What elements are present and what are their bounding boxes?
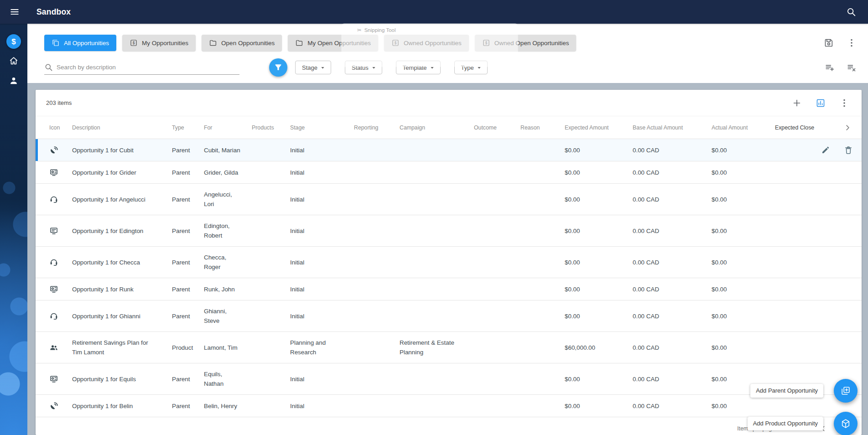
caret-down-icon [319, 64, 326, 71]
dots-vertical-icon [847, 38, 857, 48]
column-header-stage[interactable]: Stage [290, 124, 354, 131]
cell-base-actual-amount: 0.00 CAD [633, 168, 712, 177]
pencil-icon [821, 145, 830, 155]
hamburger-menu-button[interactable] [3, 0, 26, 24]
dollar-icon: $ [11, 38, 16, 46]
payment-terminal-icon [49, 374, 58, 383]
global-search-button[interactable] [842, 2, 861, 21]
cell-stage: Planning and Research [290, 338, 354, 357]
column-header-expected-amount[interactable]: Expected Amount [565, 124, 633, 131]
column-header-outcome[interactable]: Outcome [474, 124, 520, 131]
cell-description: Opportunity 1 for Angelucci [72, 195, 172, 204]
delete-row-button[interactable] [844, 145, 853, 155]
column-header-reason[interactable]: Reason [520, 124, 565, 131]
column-header-type[interactable]: Type [172, 124, 204, 131]
column-header-reporting[interactable]: Reporting [354, 124, 400, 131]
view-tab-open-opportunities[interactable]: Open Opportunities [202, 35, 282, 51]
add-product-opportunity-button[interactable] [834, 412, 858, 435]
row-icon-cell [44, 258, 72, 267]
search-input[interactable] [57, 64, 239, 71]
column-header-products[interactable]: Products [252, 124, 290, 131]
column-header-campaign[interactable]: Campaign [400, 124, 474, 131]
row-icon-cell [44, 374, 72, 383]
table-row[interactable]: Opportunity 1 for CubitParentCubit, Mari… [36, 139, 862, 161]
add-item-button[interactable] [789, 95, 805, 111]
cell-type: Product [172, 343, 204, 352]
cell-for: Grider, Gilda [204, 168, 252, 177]
dots-vertical-icon [839, 98, 849, 108]
table-body: Opportunity 1 for CubitParentCubit, Mari… [36, 139, 862, 417]
table-row[interactable]: Opportunity 1 for AngelucciParentAngeluc… [36, 184, 862, 215]
column-header-actual-amount[interactable]: Actual Amount [712, 124, 775, 131]
cell-type: Parent [172, 311, 204, 321]
add-parent-opportunity-button[interactable] [834, 379, 858, 403]
sidebar: $ [0, 24, 27, 435]
cell-for: Checca, Roger [204, 253, 252, 272]
cell-stage: Initial [290, 195, 354, 204]
menu-icon [10, 7, 20, 17]
table-row[interactable]: Opportunity 1 for CheccaParentChecca, Ro… [36, 247, 862, 278]
table-row[interactable]: Retirement Savings Plan for Tim LamontPr… [36, 332, 862, 363]
table-row[interactable]: Opportunity 1 for GriderParentGrider, Gi… [36, 161, 862, 184]
cell-for: Cubit, Marian [204, 145, 252, 155]
table-row[interactable]: Opportunity 1 for RunkParentRunk, JohnIn… [36, 278, 862, 300]
view-tab-all-opportunities[interactable]: All Opportunities [44, 35, 116, 51]
cell-actual-amount: $0.00 [712, 168, 775, 177]
scroll-columns-right-button[interactable] [821, 124, 862, 132]
cell-expected-amount: $0.00 [565, 401, 633, 411]
column-header-for[interactable]: For [204, 124, 252, 131]
add-parent-icon [840, 385, 851, 396]
cell-type: Parent [172, 374, 204, 384]
fab-row: Add Parent Opportunity [750, 379, 858, 403]
save-button[interactable] [821, 35, 837, 51]
cell-base-actual-amount: 0.00 CAD [633, 343, 712, 352]
money-box-icon: $ [130, 39, 138, 47]
filter-dropdown-stage[interactable]: Stage [295, 61, 331, 74]
cell-expected-amount: $0.00 [565, 226, 633, 236]
cell-for: Angelucci, Lori [204, 190, 252, 209]
opportunities-grid: 203 items IconDescriptionTypeForProducts… [36, 90, 862, 435]
table-header: IconDescriptionTypeForProductsStageRepor… [36, 116, 862, 139]
row-icon-cell [44, 401, 72, 410]
profile-nav-button[interactable] [5, 72, 22, 89]
column-header-description[interactable]: Description [72, 124, 172, 131]
filter-button[interactable] [269, 58, 287, 77]
cell-stage: Initial [290, 226, 354, 236]
cell-actual-amount: $0.00 [712, 311, 775, 321]
view-tab-label: Open Opportunities [221, 40, 275, 47]
cell-actual-amount: $0.00 [712, 258, 775, 267]
cell-actual-amount: $0.00 [712, 195, 775, 204]
home-nav-button[interactable] [5, 52, 22, 69]
column-header-icon[interactable]: Icon [44, 124, 72, 131]
snipping-tool-ghost: ✂ Snipping Tool [342, 24, 518, 67]
cell-actual-amount: $0.00 [712, 145, 775, 155]
grid-menu-button[interactable] [836, 95, 852, 111]
column-header-base-actual-amount[interactable]: Base Actual Amount [633, 124, 712, 131]
chart-view-button[interactable] [812, 95, 829, 111]
fab-row: Add Product Opportunity [748, 412, 858, 435]
payment-terminal-icon [49, 168, 58, 177]
content-backdrop: 203 items IconDescriptionTypeForProducts… [27, 83, 868, 435]
table-row[interactable]: Opportunity 1 for BelinParentBelin, Henr… [36, 395, 862, 417]
cell-expected-amount: $0.00 [565, 195, 633, 204]
more-options-button[interactable] [843, 35, 860, 51]
fab-label: Add Product Opportunity [748, 417, 823, 430]
edit-row-button[interactable] [821, 145, 830, 155]
plus-icon [792, 98, 802, 108]
funnel-icon [274, 63, 283, 72]
table-row[interactable]: Opportunity 1 for GhianniParentGhianni, … [36, 300, 862, 332]
cell-description: Opportunity 1 for Checca [72, 258, 172, 267]
column-label: Base Actual Amount [633, 124, 683, 131]
monitor-icon [49, 226, 58, 235]
search-icon [44, 63, 53, 72]
table-row[interactable]: Opportunity 1 for EquilsParentEquils, Na… [36, 363, 862, 395]
table-row[interactable]: Opportunity 1 for EdingtonParentEdington… [36, 215, 862, 247]
cell-expected-amount: $0.00 [565, 168, 633, 177]
view-tab-my-opportunities[interactable]: $My Opportunities [122, 35, 196, 51]
clear-filters-button[interactable] [843, 59, 860, 76]
row-icon-cell [44, 343, 72, 352]
column-header-expected-close[interactable]: Expected Close [775, 124, 821, 131]
add-filter-row-button[interactable] [821, 59, 838, 76]
opportunities-nav-button[interactable]: $ [6, 34, 21, 49]
cell-stage: Initial [290, 311, 354, 321]
